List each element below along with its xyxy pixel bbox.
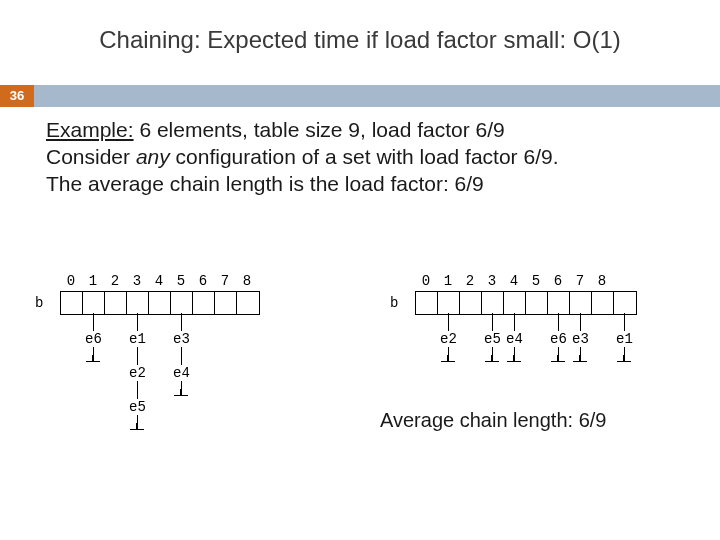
left-idx-1: 1 xyxy=(82,273,104,289)
left-idx-2: 2 xyxy=(104,273,126,289)
right-stem-6b xyxy=(558,347,559,361)
consider-any: any xyxy=(136,145,170,168)
left-term-5 xyxy=(174,395,188,396)
consider-suffix: configuration of a set with load factor … xyxy=(170,145,559,168)
right-idx-8: 8 xyxy=(591,273,613,289)
right-idx-0: 0 xyxy=(415,273,437,289)
right-stem-1b xyxy=(448,347,449,361)
slide-number-badge: 36 xyxy=(0,85,34,107)
right-node-e4: e4 xyxy=(506,331,523,347)
right-term-3 xyxy=(485,361,499,362)
left-stem-3a xyxy=(137,313,138,331)
left-table xyxy=(60,291,260,315)
right-term-1 xyxy=(441,361,455,362)
left-idx-7: 7 xyxy=(214,273,236,289)
example-text: 6 elements, table size 9, load factor 6/… xyxy=(134,118,505,141)
right-idx-3: 3 xyxy=(481,273,503,289)
left-index-row: 012345678 xyxy=(60,273,258,289)
right-stem-9b xyxy=(624,347,625,361)
right-b-label: b xyxy=(390,295,398,311)
right-node-e1: e1 xyxy=(616,331,633,347)
right-stem-4b xyxy=(514,347,515,361)
right-node-e6: e6 xyxy=(550,331,567,347)
right-stem-4a xyxy=(514,313,515,331)
avg-chain-line: The average chain length is the load fac… xyxy=(46,172,484,195)
right-node-e5: e5 xyxy=(484,331,501,347)
left-stem-1a xyxy=(93,313,94,331)
left-stem-5b xyxy=(181,347,182,365)
right-term-7 xyxy=(573,361,587,362)
left-stem-3d xyxy=(137,415,138,429)
left-stem-3c xyxy=(137,381,138,399)
left-stem-5a xyxy=(181,313,182,331)
right-stem-3a xyxy=(492,313,493,331)
left-idx-8: 8 xyxy=(236,273,258,289)
diagram-area: b 012345678 e6 e1 e2 e5 e3 e4 b 01234567… xyxy=(0,255,720,515)
right-term-9 xyxy=(617,361,631,362)
right-idx-2: 2 xyxy=(459,273,481,289)
right-stem-6a xyxy=(558,313,559,331)
left-node-e3: e3 xyxy=(173,331,190,347)
right-term-6 xyxy=(551,361,565,362)
right-idx-1: 1 xyxy=(437,273,459,289)
consider-prefix: Consider xyxy=(46,145,136,168)
left-idx-3: 3 xyxy=(126,273,148,289)
right-stem-1a xyxy=(448,313,449,331)
right-stem-3b xyxy=(492,347,493,361)
slide-title: Chaining: Expected time if load factor s… xyxy=(0,26,720,54)
left-term-3 xyxy=(130,429,144,430)
right-stem-7b xyxy=(580,347,581,361)
left-term-1 xyxy=(86,361,100,362)
left-idx-6: 6 xyxy=(192,273,214,289)
right-idx-5: 5 xyxy=(525,273,547,289)
left-idx-4: 4 xyxy=(148,273,170,289)
title-separator xyxy=(0,85,720,107)
left-node-e4: e4 xyxy=(173,365,190,381)
right-idx-7: 7 xyxy=(569,273,591,289)
right-term-4 xyxy=(507,361,521,362)
left-node-e6: e6 xyxy=(85,331,102,347)
avg-chain-label: Average chain length: 6/9 xyxy=(380,409,606,432)
left-node-e2: e2 xyxy=(129,365,146,381)
right-index-row: 012345678 xyxy=(415,273,613,289)
left-idx-5: 5 xyxy=(170,273,192,289)
right-stem-7a xyxy=(580,313,581,331)
left-b-label: b xyxy=(35,295,43,311)
left-stem-3b xyxy=(137,347,138,365)
body-text: Example: 6 elements, table size 9, load … xyxy=(46,117,686,198)
right-idx-4: 4 xyxy=(503,273,525,289)
left-stem-5c xyxy=(181,381,182,395)
example-label: Example: xyxy=(46,118,134,141)
left-idx-0: 0 xyxy=(60,273,82,289)
right-idx-6: 6 xyxy=(547,273,569,289)
left-node-e1: e1 xyxy=(129,331,146,347)
left-node-e5: e5 xyxy=(129,399,146,415)
right-node-e3: e3 xyxy=(572,331,589,347)
left-stem-1b xyxy=(93,347,94,361)
right-table xyxy=(415,291,637,315)
right-node-e2: e2 xyxy=(440,331,457,347)
right-stem-9a xyxy=(624,313,625,331)
